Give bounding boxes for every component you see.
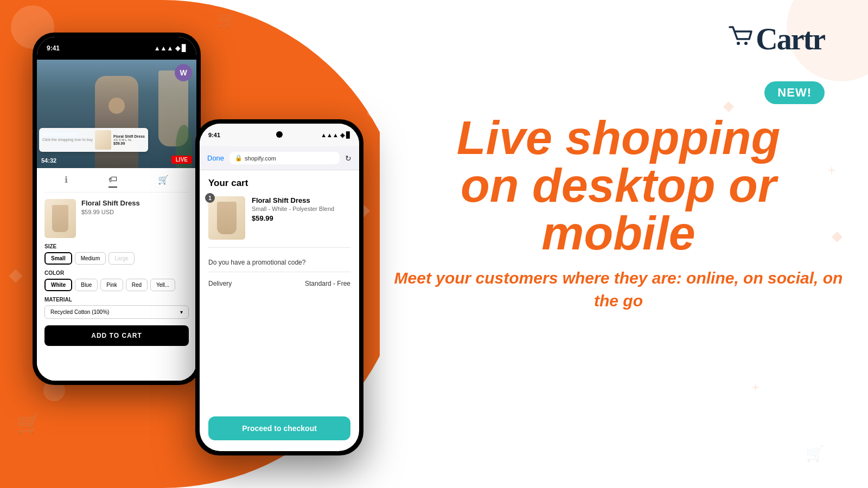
live-badge: LIVE [171, 156, 192, 164]
phone1-screen: 9:41 ▲▲▲ ◈ ▊ [37, 37, 196, 381]
deco-plus-2: + [752, 380, 760, 395]
popup-click-hint: Click the shopping icon to buy [42, 138, 93, 142]
phone1-signal: ▲▲▲ ◈ ▊ [154, 44, 187, 52]
size-options: Small Medium Large [44, 252, 189, 265]
popup-product-info: Floral Shift Dress XS S M L XL $59.99 [113, 134, 145, 145]
tab-info[interactable]: ℹ [65, 175, 68, 188]
cart-qty-badge: 1 [205, 193, 215, 203]
color-white[interactable]: White [44, 279, 72, 291]
headline-line1: Live shopping [457, 111, 780, 164]
headline-line3: mobile [541, 206, 695, 260]
person-body [95, 76, 138, 168]
phone1-content: @WillowBoutique Click the shopping icon … [37, 60, 196, 381]
material-label: MATERIAL [44, 297, 189, 303]
popup-name: Floral Shift Dress [113, 134, 145, 138]
person-head [108, 98, 125, 114]
lock-icon: 🔒 [235, 155, 242, 162]
phone2-status-bar: 9:41 ▲▲▲ ◈ ▊ [200, 124, 359, 146]
avatar-circle: W [175, 64, 192, 81]
phone2-notch [276, 131, 283, 138]
color-yellow[interactable]: Yell... [150, 279, 175, 291]
cart-item-image: 1 [208, 196, 245, 240]
logo-area: Cartr [726, 22, 825, 56]
material-value: Recycled Cotton (100%) [50, 309, 109, 315]
svg-point-0 [737, 42, 740, 45]
refresh-icon[interactable]: ↻ [345, 154, 352, 163]
cart-item: 1 Floral Shift Dress Small - White - Pol… [208, 196, 350, 248]
phone1-tabs: ℹ 🏷 🛒 [44, 175, 189, 192]
tab-tag[interactable]: 🏷 [108, 175, 117, 188]
popup-price: $59.99 [113, 142, 145, 145]
size-large[interactable]: Large [108, 252, 135, 265]
deco-right-cart: 🛒 [806, 445, 825, 463]
add-to-cart-button[interactable]: ADD TO CART [44, 325, 189, 346]
phone2-screen: 9:41 ▲▲▲ ◈ ▊ Done 🔒 shopify.com ↻ Your c… [200, 124, 359, 451]
size-medium[interactable]: Medium [75, 252, 106, 265]
cart-title: Your cart [208, 178, 350, 189]
phone1: 9:41 ▲▲▲ ◈ ▊ [33, 33, 201, 385]
color-options: White Blue Pink Red Yell... [44, 279, 189, 291]
delivery-value: Standard - Free [305, 280, 350, 287]
cart-item-details: Floral Shift Dress Small - White - Polye… [252, 196, 350, 222]
size-small[interactable]: Small [44, 252, 72, 265]
product-price: $59.99 USD [81, 209, 140, 215]
product-popup[interactable]: Click the shopping icon to buy Floral Sh… [39, 128, 148, 152]
browser-url: shopify.com [245, 155, 276, 162]
promo-section[interactable]: Do you have a promotional code? [208, 253, 350, 272]
delivery-label: Delivery [208, 280, 232, 287]
browser-url-bar: 🔒 shopify.com [229, 152, 340, 164]
phone2-content: Your cart 1 Floral Shift Dress Small - W… [200, 170, 359, 451]
phone2: 9:41 ▲▲▲ ◈ ▊ Done 🔒 shopify.com ↻ Your c… [195, 119, 363, 455]
color-red[interactable]: Red [126, 279, 148, 291]
phone2-signal: ▲▲▲ ◈ ▊ [321, 132, 350, 139]
checkout-button[interactable]: Proceed to checkout [208, 416, 350, 440]
color-label: COLOR [44, 270, 189, 276]
headline-main: Live shopping on desktop or mobile [391, 114, 846, 257]
stream-timer: 54:32 [41, 157, 56, 164]
color-pink[interactable]: Pink [100, 279, 123, 291]
browser-done-button[interactable]: Done [207, 154, 224, 162]
popup-product-img [95, 130, 111, 150]
color-blue[interactable]: Blue [75, 279, 98, 291]
new-badge: NEW! [764, 81, 825, 104]
material-dropdown[interactable]: Recycled Cotton (100%) ▾ [44, 305, 189, 319]
phone2-browser-bar: Done 🔒 shopify.com ↻ [200, 146, 359, 170]
logo-cart-icon [726, 22, 755, 56]
phone2-time: 9:41 [208, 132, 220, 138]
product-info: Floral Shift Dress $59.99 USD [81, 199, 140, 215]
phones-area: 9:41 ▲▲▲ ◈ ▊ [11, 11, 418, 477]
promo-label: Do you have a promotional code? [208, 259, 305, 266]
size-label: SIZE [44, 243, 189, 249]
headline-line2: on desktop or [461, 158, 776, 212]
headline-area: Live shopping on desktop or mobile Meet … [391, 114, 846, 312]
cart-item-name: Floral Shift Dress [252, 196, 350, 204]
avatar-initial: W [180, 68, 187, 77]
dropdown-chevron: ▾ [180, 309, 183, 315]
livestream-image: @WillowBoutique Click the shopping icon … [37, 60, 196, 168]
delivery-row: Delivery Standard - Free [208, 278, 350, 290]
tab-cart[interactable]: 🛒 [158, 175, 169, 188]
logo-text: Cartr [756, 22, 825, 56]
svg-point-1 [744, 42, 748, 45]
phone1-notch [90, 37, 144, 52]
phone1-time: 9:41 [47, 44, 60, 52]
product-name: Floral Shift Dress [81, 199, 140, 207]
cart-item-variant: Small - White - Polyester Blend [252, 206, 350, 212]
subheadline: Meet your customers where they are: onli… [391, 267, 846, 312]
phone1-product-section: ℹ 🏷 🛒 Floral Shift Dress $5 [37, 168, 196, 352]
product-info-row: Floral Shift Dress $59.99 USD [44, 199, 189, 238]
product-thumbnail [44, 199, 76, 238]
cart-item-price: $59.99 [252, 214, 350, 222]
